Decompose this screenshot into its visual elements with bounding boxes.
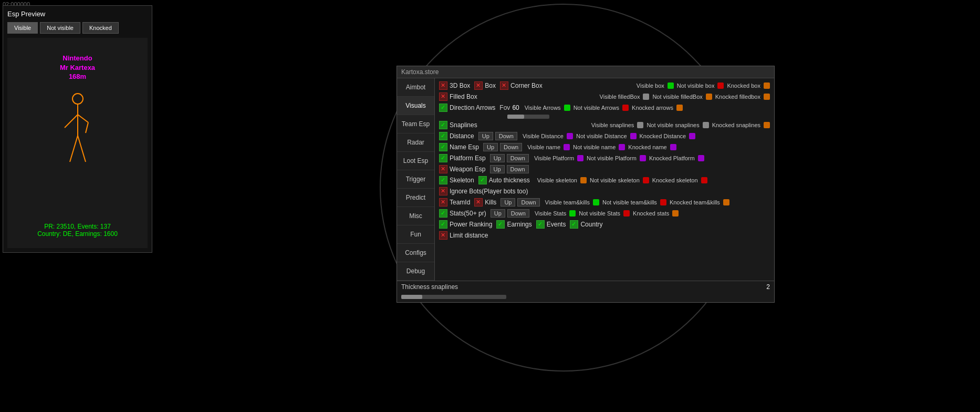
ind-notvisible-team-dot: [660, 199, 666, 205]
nav-debug[interactable]: Debug: [397, 262, 434, 281]
label-events: Events: [547, 221, 566, 228]
cb-stats[interactable]: [439, 209, 447, 218]
ind-knocked-dist-label: Knocked Distance: [640, 133, 686, 139]
stats-down-btn[interactable]: Down: [507, 209, 529, 218]
nav-predict[interactable]: Predict: [397, 189, 434, 207]
label-distance: Distance: [450, 132, 474, 140]
cb-kills[interactable]: [474, 198, 483, 207]
tab-visible[interactable]: Visible: [7, 22, 38, 34]
stick-figure: [57, 88, 99, 183]
label-cornerbox: Corner Box: [510, 82, 543, 89]
cb-limitdist[interactable]: [439, 231, 447, 240]
label-autothickness: Auto thickness: [489, 177, 530, 184]
weapon-down-btn[interactable]: Down: [507, 165, 529, 173]
teamid-row: TeamId Kills Up Down Visible team&kills …: [439, 198, 770, 207]
tab-not-visible[interactable]: Not visible: [40, 22, 80, 34]
ind-notvisible-stats-label: Not visible Stats: [579, 210, 620, 217]
label-stats: Stats(50+ pr): [450, 210, 486, 217]
nav-misc[interactable]: Misc: [397, 207, 434, 225]
fov-value: 60: [512, 104, 519, 111]
fov-slider-fill: [507, 115, 524, 119]
ind-knocked-snap-dot: [764, 122, 770, 128]
ind-visible-dist-label: Visible Distance: [523, 133, 564, 139]
teamid-down-btn[interactable]: Down: [517, 198, 539, 207]
ind-notvisible-name-dot: [619, 144, 625, 150]
cb-direction[interactable]: [439, 104, 447, 112]
ind-visible-filled-dot: [643, 94, 649, 100]
content-area: 3D Box Box Corner Box Visible box Not vi…: [435, 78, 774, 281]
label-filledbox: Filled Box: [450, 93, 477, 100]
thickness-label: Thickness snaplines: [401, 283, 458, 291]
svg-line-5: [70, 136, 78, 162]
ind-notvisible-arrows-dot: [622, 105, 629, 111]
ind-visible-box-dot: [668, 83, 674, 89]
ind-notvisible-snap-dot: [703, 122, 709, 128]
cb-nameesp[interactable]: [439, 143, 447, 151]
ind-knocked-arrows-label: Knocked arrows: [632, 105, 673, 111]
ind-visible-filled-label: Visible filledBox: [600, 94, 640, 100]
nav-trigger[interactable]: Trigger: [397, 170, 434, 189]
label-limitdist: Limit distance: [450, 232, 488, 239]
thickness-slider-fill: [401, 295, 422, 299]
cb-3dbox[interactable]: [439, 81, 447, 90]
name-up-btn[interactable]: Up: [483, 143, 498, 151]
nav-visuals[interactable]: Visuals: [397, 97, 434, 115]
nav-configs[interactable]: Configs: [397, 244, 434, 262]
distance-down-btn[interactable]: Down: [495, 132, 517, 140]
tab-knocked[interactable]: Knocked: [82, 22, 119, 34]
fov-slider[interactable]: [507, 115, 549, 119]
ind-notvisible-snap-label: Not visible snaplines: [647, 122, 699, 128]
name-down-btn[interactable]: Down: [500, 143, 522, 151]
sidebar-nav: Aimbot Visuals Team Esp Radar Loot Esp T…: [397, 78, 435, 281]
main-panel: Kartoxa.store Aimbot Visuals Team Esp Ra…: [397, 66, 775, 303]
cb-powerranking[interactable]: [439, 220, 447, 229]
player-pr: PR: 23510, Events: 137: [37, 223, 118, 230]
snaplines-row: Snaplines Visible snaplines Not visible …: [439, 121, 770, 129]
ind-knocked-team-label: Knocked team&kills: [670, 199, 720, 205]
ind-visible-stats-dot: [569, 210, 576, 217]
ind-knocked-snap-label: Knocked snaplines: [712, 122, 760, 128]
stats-up-btn[interactable]: Up: [491, 209, 505, 218]
player-name: Nintendo Mr Kartexa: [60, 54, 95, 73]
label-direction: Direction Arrows: [450, 104, 495, 111]
ind-notvisible-filled-label: Not visible filledBox: [652, 94, 702, 100]
platform-up-btn[interactable]: Up: [490, 154, 505, 162]
label-box: Box: [485, 82, 496, 89]
ind-visible-box-label: Visible box: [637, 83, 664, 89]
cb-teamid[interactable]: [439, 198, 447, 207]
thickness-slider[interactable]: [401, 295, 506, 299]
cb-earnings[interactable]: [496, 220, 505, 229]
teamid-up-btn[interactable]: Up: [501, 198, 515, 207]
distance-up-btn[interactable]: Up: [478, 132, 493, 140]
cb-cornerbox[interactable]: [500, 81, 508, 90]
cb-filledbox[interactable]: [439, 92, 447, 101]
ind-visible-arrows-label: Visible Arrows: [525, 105, 561, 111]
cb-weapon[interactable]: [439, 165, 447, 173]
label-3dbox: 3D Box: [450, 82, 470, 89]
cb-autothickness[interactable]: [478, 176, 487, 184]
nav-loot-esp[interactable]: Loot Esp: [397, 152, 434, 170]
player-country-info: Country: DE, Earnings: 1600: [37, 230, 118, 238]
svg-line-4: [86, 122, 88, 133]
ind-knocked-skel-dot: [701, 177, 707, 183]
panel-header: Kartoxa.store: [397, 66, 774, 78]
nav-aimbot[interactable]: Aimbot: [397, 78, 434, 97]
label-kills: Kills: [485, 199, 496, 206]
cb-country[interactable]: [570, 220, 578, 229]
fov-area: Fov 60: [499, 104, 519, 111]
ind-knocked-stats-dot: [672, 210, 679, 217]
cb-events[interactable]: [536, 220, 545, 229]
ind-notvisible-box-dot: [717, 83, 724, 89]
cb-snaplines[interactable]: [439, 121, 447, 129]
weapon-up-btn[interactable]: Up: [490, 165, 505, 173]
platform-down-btn[interactable]: Down: [507, 154, 529, 162]
nav-fun[interactable]: Fun: [397, 225, 434, 244]
cb-platform[interactable]: [439, 154, 447, 162]
ind-notvisible-platform-dot: [640, 155, 646, 161]
nav-team-esp[interactable]: Team Esp: [397, 115, 434, 133]
cb-skeleton[interactable]: [439, 176, 447, 184]
cb-box[interactable]: [474, 81, 483, 90]
cb-distance[interactable]: [439, 132, 447, 140]
nav-radar[interactable]: Radar: [397, 133, 434, 152]
cb-ignorebots[interactable]: [439, 187, 447, 195]
